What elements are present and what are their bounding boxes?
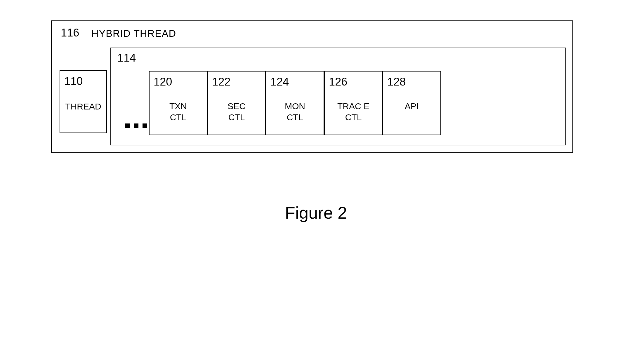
modules-group: 120 TXN CTL 122 SEC CTL 124 MON CTL 126 … — [111, 48, 565, 145]
module-txn-ctl: 120 TXN CTL — [149, 71, 207, 135]
container-114: 114 120 TXN CTL 122 SEC CTL 124 MON CTL … — [110, 48, 566, 145]
label-sec-ctl: SEC CTL — [208, 101, 265, 123]
module-api: 128 API — [383, 71, 441, 135]
label-txn-ctl: TXN CTL — [150, 101, 207, 123]
thread-box: 110 THREAD — [60, 70, 107, 133]
figure-caption: Figure 2 — [0, 203, 632, 222]
module-mon-ctl: 124 MON CTL — [266, 71, 324, 135]
ref-122: 122 — [212, 76, 230, 88]
thread-label: THREAD — [60, 102, 106, 112]
hybrid-thread-box: 116 HYBRID THREAD 110 THREAD 114 120 TXN… — [51, 20, 573, 153]
ref-128: 128 — [387, 76, 406, 88]
module-sec-ctl: 122 SEC CTL — [207, 71, 266, 135]
ref-124: 124 — [270, 76, 289, 88]
ref-120: 120 — [154, 76, 172, 88]
module-trace-ctl: 126 TRAC E CTL — [324, 71, 383, 135]
ref-126: 126 — [329, 76, 347, 88]
label-trace-ctl: TRAC E CTL — [325, 101, 382, 123]
ref-110: 110 — [64, 75, 83, 88]
ref-116: 116 — [61, 27, 79, 39]
hybrid-thread-title: HYBRID THREAD — [91, 28, 176, 39]
label-mon-ctl: MON CTL — [266, 101, 324, 123]
label-api: API — [383, 101, 440, 112]
